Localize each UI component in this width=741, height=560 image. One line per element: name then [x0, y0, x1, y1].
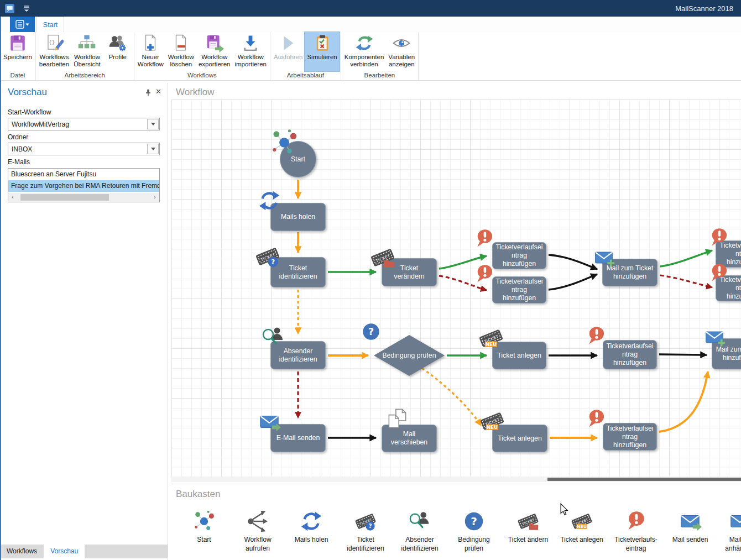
node-ticketverlaufseintrag-2[interactable]: Ticketverlaufseintrag hinzufügen: [492, 276, 546, 303]
tool-workflow-aufrufen[interactable]: Workflow aufrufen: [232, 510, 283, 553]
node-mail-verschieben[interactable]: Mail verschieben: [382, 425, 437, 452]
email-list-item[interactable]: Bluescreen an Server Fujitsu: [8, 169, 159, 180]
start-workflow-value: WorkflowMitVertrag: [8, 121, 147, 128]
ribbon-group-arbeitsbereich: Workflows bearbeiten Workflow Übersicht …: [36, 32, 134, 80]
scroll-thumb[interactable]: [20, 194, 109, 201]
save-button[interactable]: Speichern: [1, 32, 34, 71]
node-ticketverlaufseintrag-3[interactable]: Ticketverlaufseintrag hinzufügen: [716, 240, 741, 268]
connect-components-button[interactable]: Komponenten verbinden: [342, 32, 387, 71]
ribbon-group-label: Workflows: [135, 71, 269, 80]
export-workflow-icon: [205, 34, 224, 53]
profiles-icon: [108, 34, 127, 53]
node-ticket-anlegen-2[interactable]: Ticket anlegen: [492, 425, 547, 452]
app-icon[interactable]: [5, 4, 14, 13]
workflow-overview-button[interactable]: Workflow Übersicht: [71, 32, 103, 71]
node-email-senden[interactable]: E-Mail senden: [270, 424, 326, 452]
simulate-icon: [313, 34, 332, 53]
workflow-canvas[interactable]: Workflow Start Mails holen Ticket identi…: [171, 83, 741, 484]
folder-label: Ordner: [8, 133, 28, 141]
window-border: [0, 17, 1, 560]
scroll-left-icon[interactable]: ‹: [8, 193, 17, 202]
edit-workflows-button[interactable]: Workflows bearbeiten: [37, 32, 71, 71]
tool-start[interactable]: Start: [179, 510, 229, 545]
window-titlebar: MailScanner 2018: [0, 0, 741, 17]
emails-listbox: Bluescreen an Server Fujitsu Frage zum V…: [8, 168, 160, 202]
node-start[interactable]: Start: [280, 141, 316, 177]
menu-list-icon: [15, 20, 30, 29]
new-workflow-icon: [141, 34, 160, 53]
node-ticket-identifizieren[interactable]: Ticket identifizieren: [270, 257, 326, 287]
mail-attach-icon: [728, 510, 741, 533]
ticket-folder-icon: [516, 510, 540, 533]
tool-ticketverlaufseintrag[interactable]: Ticketverlaufs- eintrag: [610, 510, 661, 553]
node-ticketverlaufseintrag-6[interactable]: Ticketverlaufseintrag hinzufügen: [603, 423, 657, 451]
start-workflow-select[interactable]: WorkflowMitVertrag: [8, 118, 160, 130]
tool-ticket-aendern[interactable]: Ticket ändern: [503, 510, 554, 545]
run-button[interactable]: Ausführen: [272, 32, 305, 71]
tool-mails-holen[interactable]: Mails holen: [286, 510, 337, 545]
ribbon-group-label: Bearbeiten: [342, 71, 417, 80]
ribbon-group-workflows: Neuer Workflow Workflow löschen Workflow…: [134, 32, 270, 80]
chevron-down-icon[interactable]: [147, 144, 159, 154]
ribbon-group-datei: Speichern Datei: [0, 32, 36, 80]
application-menu-button[interactable]: [10, 17, 35, 32]
connect-components-icon: [355, 34, 374, 53]
mouse-cursor: [560, 503, 569, 516]
sync-icon: [300, 510, 323, 533]
canvas-title: Workflow: [176, 87, 215, 98]
tool-mail-senden[interactable]: Mail senden: [665, 510, 716, 545]
node-mails-holen[interactable]: Mails holen: [270, 203, 326, 231]
email-list-item-selected[interactable]: Frage zum Vorgehen bei RMA Retouren mit …: [8, 180, 159, 192]
edit-workflows-icon: [45, 34, 64, 53]
ribbon-group-label: Datei: [1, 71, 34, 80]
tool-bedingung-pruefen[interactable]: Bedingung prüfen: [448, 510, 499, 553]
node-mail-zum-ticket[interactable]: Mail zum Ticket hinzufügen: [602, 259, 657, 286]
export-workflow-button[interactable]: Workflow exportieren: [196, 32, 233, 71]
node-ticket-veraendern[interactable]: Ticket verändern: [382, 258, 437, 286]
tool-absender-identifizieren[interactable]: Absender identifizieren: [394, 510, 445, 553]
ticket-new-icon: [570, 510, 593, 533]
start-workflow-label: Start-Workflow: [8, 108, 51, 116]
profiles-button[interactable]: Profile: [103, 32, 133, 71]
canvas-grid: [171, 100, 741, 477]
canvas-hscroll-thumb[interactable]: [547, 478, 741, 481]
node-bedingung-pruefen[interactable]: Bedingung prüfen: [374, 335, 445, 376]
search-person-icon: [408, 510, 431, 533]
emails-hscrollbar[interactable]: ‹ ›: [8, 193, 159, 202]
chevron-down-icon[interactable]: [147, 119, 159, 129]
tab-workflows[interactable]: Workflows: [0, 545, 44, 558]
workflow-overview-icon: [77, 34, 96, 53]
workflow-call-icon: [246, 510, 269, 533]
pin-icon[interactable]: [144, 88, 152, 97]
mail-send-icon: [679, 510, 702, 533]
node-ticketverlaufseintrag-5[interactable]: Ticketverlaufseintrag hinzufügen: [603, 340, 657, 369]
node-ticketverlaufseintrag-4[interactable]: Ticketverlaufseintrag hinzufügen: [716, 275, 741, 301]
node-ticket-anlegen-1[interactable]: Ticket anlegen: [492, 342, 546, 369]
import-workflow-button[interactable]: Workflow importieren: [232, 32, 269, 71]
canvas-hscrollbar[interactable]: [171, 477, 741, 482]
folder-select[interactable]: INBOX: [8, 143, 160, 155]
exclamation-bubble-icon: [624, 510, 648, 533]
show-variables-icon: [392, 34, 411, 53]
ticket-question-icon: [354, 510, 377, 533]
folder-value: INBOX: [8, 145, 147, 153]
new-workflow-button[interactable]: Neuer Workflow: [135, 32, 166, 71]
ribbon-group-label: Arbeitsablauf: [272, 71, 340, 80]
preview-panel-title: Vorschau: [8, 87, 47, 98]
preview-panel: Vorschau ✕ Start-Workflow WorkflowMitVer…: [0, 83, 168, 560]
tool-mail-anhaengen[interactable]: Mail an anhängen: [714, 510, 741, 553]
delete-workflow-button[interactable]: Workflow löschen: [166, 32, 196, 71]
node-mail-zum-ticket-2[interactable]: Mail zum Ticket hinzufügen: [712, 338, 741, 369]
tool-ticket-identifizieren[interactable]: Ticket identifizieren: [340, 510, 391, 553]
scroll-right-icon[interactable]: ›: [150, 193, 159, 202]
node-ticketverlaufseintrag-1[interactable]: Ticketverlaufseintrag hinzufügen: [492, 242, 546, 269]
quick-access-toolbar-icon[interactable]: [22, 4, 31, 12]
ribbon: Speichern Datei Workflows bearbeiten Wor…: [0, 32, 741, 81]
run-icon: [279, 34, 298, 53]
tab-vorschau[interactable]: Vorschau: [44, 545, 85, 558]
node-absender-identifizieren[interactable]: Absender identifizieren: [270, 341, 326, 369]
simulate-button[interactable]: Simulieren: [305, 32, 339, 71]
show-variables-button[interactable]: Variablen anzeigen: [386, 32, 417, 71]
tab-start[interactable]: Start: [36, 17, 64, 32]
close-icon[interactable]: ✕: [155, 88, 161, 96]
